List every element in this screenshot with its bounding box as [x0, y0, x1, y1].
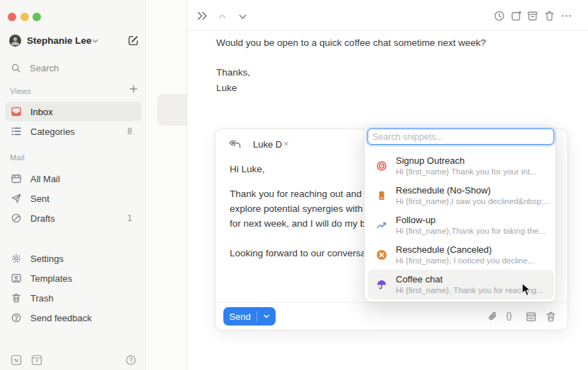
square-dot-icon[interactable]	[510, 10, 522, 22]
categories-icon	[11, 126, 22, 137]
collapse-icon[interactable]	[196, 10, 208, 22]
snippets-dropdown: Signup Outreach Hi {first_name} Thank yo…	[364, 125, 556, 302]
composer-line[interactable]: for next week, and I will do my best	[230, 218, 378, 229]
zoom-traffic-light[interactable]	[33, 13, 41, 21]
sidebar-item-label: Inbox	[30, 107, 53, 117]
snippet-preview: Hi {first_name},I saw you declined&nbsp;…	[396, 197, 551, 205]
composer-line[interactable]: explore potential synergies with yo	[230, 203, 375, 214]
add-view-icon[interactable]	[129, 84, 139, 94]
minimize-traffic-light[interactable]	[20, 13, 29, 21]
x-circle-icon	[376, 249, 387, 261]
recipient-chip[interactable]: Luke D	[253, 139, 282, 150]
categories-count: 8	[127, 126, 132, 136]
selected-thread-marker	[157, 94, 187, 126]
calendar-icon[interactable]	[525, 311, 537, 323]
discard-draft-icon[interactable]	[545, 311, 557, 323]
sidebar-item-drafts[interactable]: Drafts 1	[5, 208, 141, 228]
svg-text:?: ?	[129, 357, 133, 364]
sidebar-item-label: Sent	[30, 193, 49, 204]
braces-icon[interactable]: {}	[506, 311, 512, 323]
compose-icon[interactable]	[127, 35, 139, 47]
paperclip-icon[interactable]	[487, 311, 499, 323]
collapsed-thread-list[interactable]	[147, 0, 187, 370]
sidebar-item-inbox[interactable]: Inbox	[5, 102, 141, 121]
send-options-chevron-icon	[263, 313, 270, 320]
sidebar-item-all-mail[interactable]: All Mail	[5, 169, 141, 189]
message-signoff: Thanks,	[216, 67, 250, 78]
remove-recipient-icon[interactable]: ×	[283, 138, 289, 149]
sidebar-item-sent[interactable]: Sent	[5, 189, 141, 208]
views-section-header: Views	[10, 87, 31, 95]
reply-icon	[228, 139, 241, 150]
send-split-divider	[257, 311, 257, 321]
snippet-item-reschedule-no-show[interactable]: Reschedule (No-Show) Hi {first_name},I s…	[368, 181, 554, 210]
snippet-preview: Hi {first_name},Thank you for taking the…	[396, 227, 546, 235]
sidebar-item-label: All Mail	[30, 174, 60, 184]
trash-icon[interactable]	[543, 10, 555, 22]
help-icon[interactable]: ?	[125, 354, 136, 366]
avatar[interactable]	[9, 35, 21, 47]
notebook-icon	[376, 190, 387, 201]
sidebar-item-label: Categories	[30, 126, 75, 137]
trash-icon	[11, 292, 22, 304]
composer-greeting[interactable]: Hi Luke,	[230, 164, 265, 174]
sidebar-item-label: Drafts	[30, 213, 55, 224]
sidebar-item-label: Templates	[30, 273, 72, 284]
snippet-item-follow-up[interactable]: Follow-up Hi {first_name},Thank you for …	[368, 210, 554, 240]
mail-section-header: Mail	[10, 153, 25, 162]
snippet-title: Coffee chat	[396, 274, 442, 285]
snippet-preview: Hi {first_name}, I noticed you decline..…	[396, 256, 534, 265]
chevron-down-icon[interactable]	[91, 37, 100, 45]
snippet-item-signup-outreach[interactable]: Signup Outreach Hi {first_name} Thank yo…	[368, 151, 554, 181]
snippet-title: Reschedule (Canceled)	[396, 244, 492, 255]
message-sender: Luke	[216, 83, 237, 93]
sent-icon	[11, 193, 22, 204]
umbrella-icon	[376, 279, 387, 290]
inbox-icon	[11, 106, 22, 117]
notes-badge-icon[interactable]: N	[11, 354, 22, 366]
feedback-icon	[11, 312, 22, 323]
close-traffic-light[interactable]	[8, 13, 16, 21]
more-icon[interactable]	[560, 10, 572, 22]
n-glyph: N	[14, 357, 18, 364]
search-label: Search	[30, 63, 59, 73]
all-mail-icon	[11, 173, 22, 184]
drafts-icon	[11, 213, 22, 224]
svg-text:7: 7	[35, 358, 38, 364]
archive-icon[interactable]	[527, 10, 539, 22]
search-button[interactable]: Search	[5, 58, 141, 78]
sidebar-item-label: Trash	[30, 293, 54, 304]
snooze-clock-icon[interactable]	[493, 10, 505, 22]
gear-icon	[11, 253, 22, 264]
templates-icon	[11, 273, 22, 284]
sidebar-item-send-feedback[interactable]: Send feedback	[5, 308, 141, 328]
snippet-preview: Hi {first_name} Thank you for your int..…	[396, 167, 536, 176]
drafts-count: 1	[127, 213, 132, 223]
sidebar-item-label: Send feedback	[30, 313, 92, 323]
calendar-badge-icon[interactable]: 7	[31, 354, 42, 366]
sidebar-item-trash[interactable]: Trash	[5, 288, 141, 308]
message-body-line: Would you be open to a quick coffee chat…	[216, 37, 486, 48]
chevron-down-icon[interactable]	[237, 11, 249, 23]
send-label: Send	[229, 311, 250, 322]
trend-arrows-icon	[376, 220, 387, 231]
target-icon	[376, 160, 387, 172]
app-window: Stephanie Lee Search Views	[0, 0, 588, 370]
send-button[interactable]: Send	[223, 307, 276, 326]
snippet-title: Reschedule (No-Show)	[396, 185, 490, 196]
snippet-title: Signup Outreach	[396, 155, 465, 166]
main-pane: Would you be open to a quick coffee chat…	[188, 0, 588, 370]
composer-line[interactable]: Thank you for reaching out and you	[230, 189, 380, 199]
sidebar-item-settings[interactable]: Settings	[5, 249, 141, 268]
snippet-title: Follow-up	[396, 215, 435, 225]
sidebar-item-templates[interactable]: Templates	[5, 268, 141, 288]
snippet-item-reschedule-canceled[interactable]: Reschedule (Canceled) Hi {first_name}, I…	[368, 240, 554, 270]
sidebar-item-categories[interactable]: Categories 8	[5, 121, 141, 141]
mouse-cursor	[522, 282, 534, 297]
snippet-search-input[interactable]	[368, 129, 554, 145]
account-name[interactable]: Stephanie Lee	[27, 35, 92, 46]
composer-closing[interactable]: Looking forward to our conversatio	[230, 248, 376, 258]
chevron-up-icon[interactable]	[217, 11, 229, 23]
sidebar-item-label: Settings	[30, 253, 64, 264]
sidebar: Stephanie Lee Search Views	[0, 0, 146, 370]
